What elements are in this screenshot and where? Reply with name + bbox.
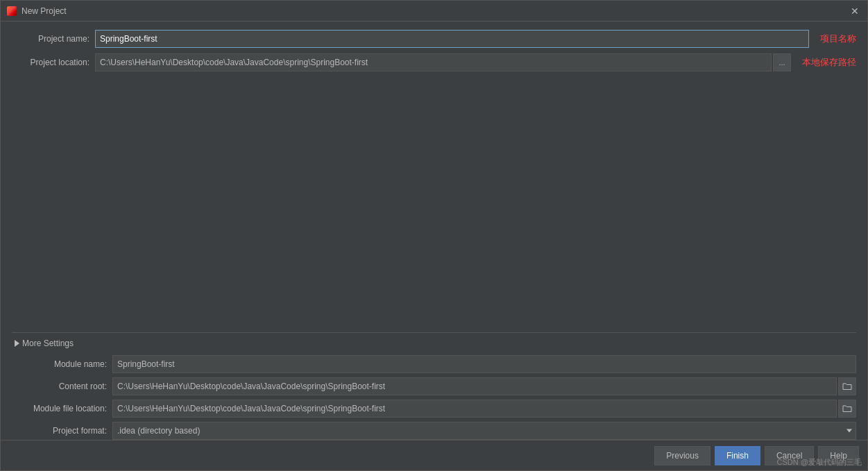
project-name-label: Project name: [12, 34, 95, 44]
project-name-annotation: 项目名称 [820, 33, 856, 45]
more-settings-section: More Settings Module name: Content root: [12, 332, 856, 440]
title-bar: New Project ✕ [1, 1, 867, 22]
watermark: CSDN @爱敲代码的三毛 [777, 457, 862, 468]
content-root-input[interactable] [112, 377, 837, 395]
project-location-annotation: 本地保存路径 [802, 56, 856, 69]
project-format-select[interactable]: .idea (directory based) .ipr (file based… [112, 422, 856, 440]
project-location-label: Project location: [12, 58, 95, 67]
module-name-input[interactable] [112, 355, 856, 373]
content-root-wrapper [112, 377, 856, 395]
module-name-row: Module name: [12, 355, 856, 373]
project-location-browse-button[interactable]: ... [773, 53, 791, 71]
module-file-location-wrapper [112, 400, 856, 418]
project-location-row: Project location: ... 本地保存路径 [12, 53, 856, 71]
content-root-label: Content root: [12, 382, 112, 391]
content-root-browse-button[interactable] [838, 377, 856, 395]
previous-button[interactable]: Previous [654, 446, 710, 465]
close-button[interactable]: ✕ [848, 4, 862, 18]
module-file-location-label: Module file location: [12, 404, 112, 413]
project-location-wrapper: ... [95, 53, 791, 71]
new-project-dialog: New Project ✕ Project name: 项目名称 Project… [0, 0, 868, 471]
module-file-location-input[interactable] [112, 400, 837, 418]
project-format-wrapper: .idea (directory based) .ipr (file based… [112, 422, 856, 440]
finish-button[interactable]: Finish [715, 446, 760, 465]
content-root-row: Content root: [12, 377, 856, 395]
project-name-input[interactable] [95, 30, 809, 48]
more-settings-label: More Settings [22, 339, 74, 348]
title-bar-left: New Project [6, 6, 67, 17]
intellij-icon [6, 6, 17, 17]
dialog-footer: Previous Finish Cancel Help [1, 440, 867, 470]
more-settings-toggle[interactable]: More Settings [12, 339, 856, 348]
dialog-title: New Project [22, 6, 67, 16]
triangle-icon [15, 340, 19, 347]
project-format-row: Project format: .idea (directory based) … [12, 422, 856, 440]
module-name-label: Module name: [12, 359, 112, 369]
project-format-label: Project format: [12, 426, 112, 436]
project-name-row: Project name: 项目名称 [12, 30, 856, 48]
content-area: Project name: 项目名称 Project location: ...… [1, 22, 867, 440]
project-location-input[interactable] [95, 53, 772, 71]
content-spacer [12, 77, 856, 327]
module-file-location-browse-button[interactable] [838, 400, 856, 418]
module-file-location-row: Module file location: [12, 400, 856, 418]
